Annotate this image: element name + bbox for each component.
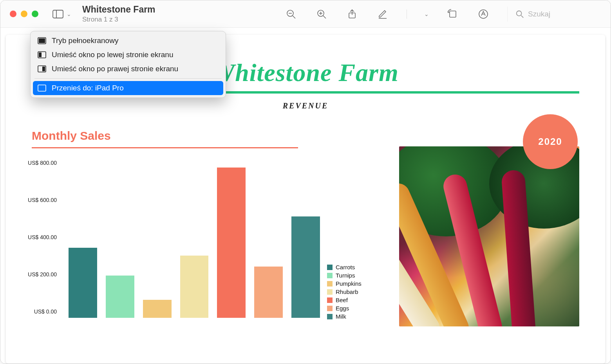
year-badge-text: 2020 [538,136,562,147]
menu-item-tile-left[interactable]: Umieść okno po lewej stronie ekranu [33,48,223,62]
share-button[interactable] [345,7,359,21]
chart-bars [63,157,325,318]
legend-label: Rhubarb [336,288,358,296]
sidebar-icon [52,10,63,18]
chevron-down-icon: ⌄ [67,11,71,17]
chart-title: Monthly Sales [32,129,298,142]
pencil-icon [378,9,388,19]
doc-content: Monthly Sales 2020 US$ 0.00US$ 200.00US$… [6,110,605,353]
menu-separator [34,78,222,79]
chart-y-axis: US$ 0.00US$ 200.00US$ 400.00US$ 600.00US… [20,157,59,330]
legend-label: Turnips [336,271,355,279]
document-title: Whitestone Farm [82,4,155,15]
legend-label: Eggs [336,304,349,312]
monthly-sales-chart: US$ 0.00US$ 200.00US$ 400.00US$ 600.00US… [20,157,325,330]
view-menu-button[interactable]: ⌄ [52,10,71,18]
svg-rect-22 [38,85,46,91]
legend-item: Pumpkins [327,279,362,288]
markup-button[interactable] [477,7,490,21]
markup-icon [478,9,488,19]
legend-label: Carrots [336,263,355,271]
chart-bar [217,168,246,318]
toolbar: ⌄ [284,7,611,22]
menu-item-label: Umieść okno po lewej stronie ekranu [52,50,174,59]
ipad-icon [38,85,46,92]
chart-title-rule [32,147,298,148]
y-tick-label: US$ 800.00 [28,160,57,166]
svg-point-14 [517,11,522,16]
svg-line-3 [293,16,295,18]
chart-bar [291,216,320,318]
legend-swatch [327,281,333,287]
search-input[interactable] [528,10,598,18]
menu-item-move-to-ipad[interactable]: Przenieś do: iPad Pro [33,81,223,95]
chart-header: Monthly Sales [32,129,298,148]
close-window-button[interactable] [10,11,16,17]
chart-bar [254,267,283,318]
menu-item-label: Tryb pełnoekranowy [52,36,118,45]
y-tick-label: US$ 0.00 [34,308,57,315]
y-tick-label: US$ 600.00 [28,197,57,203]
menu-item-fullscreen[interactable]: Tryb pełnoekranowy [33,34,223,48]
legend-swatch [327,265,333,270]
legend-swatch [327,289,333,295]
rotate-button[interactable] [446,7,459,21]
y-tick-label: US$ 200.00 [28,271,57,278]
menu-item-label: Przenieś do: iPad Pro [52,84,124,92]
fullscreen-icon [38,37,46,44]
chevron-down-icon[interactable]: ⌄ [424,11,429,17]
zoom-in-button[interactable] [315,7,328,21]
legend-swatch [327,314,333,319]
document-title-area: Whitestone Farm Strona 1 z 3 [82,4,155,24]
legend-label: Milk [336,312,346,321]
titlebar: ⌄ Whitestone Farm Strona 1 z 3 ⌄ [0,0,611,28]
minimize-window-button[interactable] [21,11,27,17]
fullscreen-window-button[interactable] [32,11,38,17]
search-icon [515,10,524,18]
legend-item: Rhubarb [327,288,362,296]
app-window: ⌄ Whitestone Farm Strona 1 z 3 ⌄ [0,0,611,364]
toolbar-divider [407,9,407,19]
page-indicator: Strona 1 z 3 [82,16,155,23]
tile-right-icon [38,65,46,72]
legend-label: Beef [336,296,348,304]
search-field[interactable] [507,7,601,22]
share-icon [347,9,357,19]
svg-rect-0 [53,10,63,18]
legend-swatch [327,297,333,303]
menu-item-tile-right[interactable]: Umieść okno po prawej stronie ekranu [33,62,223,76]
doc-subheading: REVENUE [6,101,605,110]
legend-item: Beef [327,296,362,304]
zoom-out-button[interactable] [284,7,298,21]
vegetable-photo [399,146,579,326]
svg-rect-12 [450,11,456,17]
chart-bar [106,276,134,318]
annotate-button[interactable] [376,7,389,21]
legend-swatch [327,306,333,311]
menu-item-label: Umieść okno po prawej stronie ekranu [52,65,178,73]
legend-item: Milk [327,312,362,321]
chart-bar [180,256,209,318]
chart-bar [143,300,172,318]
year-badge: 2020 [523,114,578,169]
y-tick-label: US$ 400.00 [28,234,57,240]
legend-swatch [327,273,333,278]
rotate-icon [448,9,458,19]
tile-left-icon [38,51,46,58]
svg-line-6 [323,16,326,18]
zoom-in-icon [316,9,327,19]
legend-item: Turnips [327,271,362,279]
chart-plot-area [63,157,325,318]
svg-line-15 [521,15,524,17]
window-layout-menu: Tryb pełnoekranowy Umieść okno po lewej … [30,31,226,98]
chart-legend: CarrotsTurnipsPumpkinsRhubarbBeefEggsMil… [327,263,362,321]
svg-rect-21 [42,67,45,71]
window-controls [10,11,38,17]
svg-rect-17 [39,38,45,43]
legend-item: Carrots [327,263,362,271]
zoom-out-icon [286,9,296,19]
legend-item: Eggs [327,304,362,312]
chart-bar [69,248,97,318]
svg-rect-19 [39,52,42,57]
legend-label: Pumpkins [336,279,362,288]
